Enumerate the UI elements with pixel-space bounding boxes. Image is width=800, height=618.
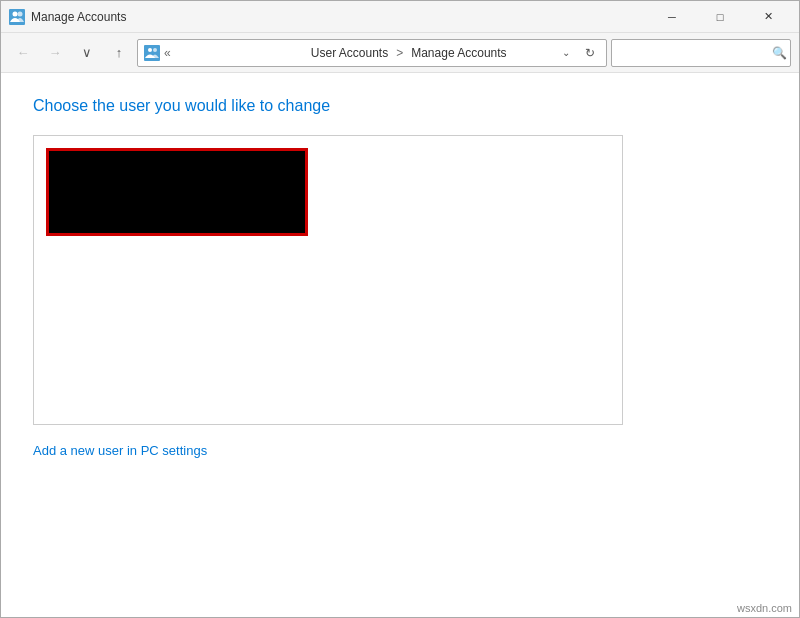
add-user-link[interactable]: Add a new user in PC settings (33, 443, 207, 458)
window-title: Manage Accounts (31, 10, 126, 24)
forward-button[interactable]: → (41, 39, 69, 67)
page-title: Choose the user you would like to change (33, 97, 767, 115)
maximize-button[interactable]: □ (697, 1, 743, 33)
title-bar-left: Manage Accounts (9, 9, 126, 25)
svg-point-4 (148, 48, 152, 52)
address-dropdown-icon[interactable]: ⌄ (556, 43, 576, 63)
navigation-bar: ← → ∨ ↑ « User Accounts > Manage Account… (1, 33, 799, 73)
main-window: Manage Accounts ─ □ ✕ ← → ∨ ↑ « User (0, 0, 800, 618)
address-separator-2: > (396, 46, 403, 60)
search-icon: 🔍 (772, 46, 787, 60)
svg-rect-0 (9, 9, 25, 25)
back-button[interactable]: ← (9, 39, 37, 67)
title-bar: Manage Accounts ─ □ ✕ (1, 1, 799, 33)
up-button[interactable]: ↑ (105, 39, 133, 67)
search-box[interactable]: 🔍 (611, 39, 791, 67)
address-bar[interactable]: « User Accounts > Manage Accounts ⌄ ↻ (137, 39, 607, 67)
refresh-button[interactable]: ↻ (580, 43, 600, 63)
svg-point-2 (18, 11, 23, 16)
redacted-user-block[interactable] (46, 148, 308, 236)
svg-point-5 (153, 48, 157, 52)
close-button[interactable]: ✕ (745, 1, 791, 33)
title-bar-controls: ─ □ ✕ (649, 1, 791, 33)
svg-point-1 (13, 11, 18, 16)
address-part2: Manage Accounts (411, 46, 552, 60)
address-part1: User Accounts (311, 46, 388, 60)
watermark: wsxdn.com (737, 602, 792, 614)
content-area: Choose the user you would like to change… (1, 73, 799, 617)
address-bar-icon (144, 45, 160, 61)
window-icon (9, 9, 25, 25)
search-input[interactable] (618, 46, 768, 60)
nav-dropdown-button[interactable]: ∨ (73, 39, 101, 67)
accounts-panel (33, 135, 623, 425)
minimize-button[interactable]: ─ (649, 1, 695, 33)
address-separator-1: « (164, 46, 305, 60)
svg-rect-3 (144, 45, 160, 61)
